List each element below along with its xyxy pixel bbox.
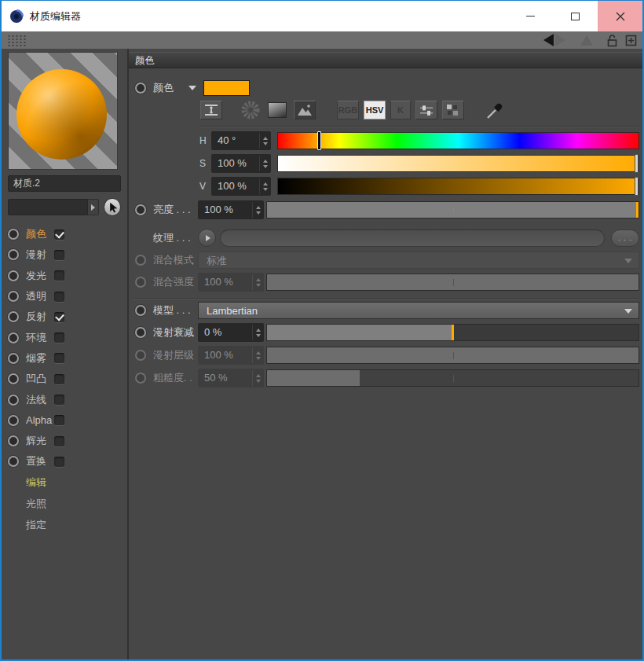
color-swatch[interactable] <box>203 80 250 96</box>
spinner-arrows[interactable] <box>252 370 264 386</box>
material-preview[interactable] <box>8 52 118 170</box>
channel-checkbox-normal[interactable] <box>54 395 64 405</box>
chevron-down-icon[interactable] <box>188 86 196 90</box>
spinner-arrows[interactable] <box>252 274 264 290</box>
toolbar-grip-handle[interactable] <box>7 35 27 46</box>
sidebar-channel-reflectance[interactable]: 反射 <box>2 307 127 327</box>
roughness-slider[interactable] <box>266 369 639 387</box>
saturation-gradient-bar[interactable] <box>277 155 639 172</box>
swatches-mode-button[interactable] <box>442 101 464 119</box>
texture-expand-button[interactable] <box>198 229 216 247</box>
sidebar-channel-transparency[interactable]: 透明 <box>2 286 127 307</box>
channel-checkbox-glow[interactable] <box>54 436 64 446</box>
slider-handle[interactable] <box>636 202 639 218</box>
pick-material-button[interactable] <box>104 198 121 216</box>
sidebar-channel-alpha[interactable]: Alpha <box>2 410 127 431</box>
channel-radio-diffusion[interactable] <box>8 249 19 260</box>
channel-radio-fog[interactable] <box>8 353 19 364</box>
spinner-arrows[interactable] <box>252 202 264 218</box>
image-picker-button[interactable] <box>294 101 316 119</box>
sidebar-page-edit[interactable]: 编辑 <box>2 472 127 494</box>
channel-radio-color[interactable] <box>8 229 19 240</box>
channel-checkbox-transparency[interactable] <box>54 292 64 302</box>
model-radio[interactable] <box>135 305 146 316</box>
spinner-arrows[interactable] <box>259 178 271 194</box>
value-gradient-bar[interactable] <box>277 178 639 195</box>
spinner-arrows[interactable] <box>259 133 271 149</box>
gradient-bar-handle[interactable] <box>635 177 639 196</box>
mode-button-rgb[interactable]: RGB <box>337 101 359 119</box>
material-name-field[interactable]: 材质.2 <box>8 175 121 192</box>
hue-gradient-bar[interactable] <box>277 132 639 149</box>
texture-field[interactable] <box>220 230 605 247</box>
sidebar-channel-color[interactable]: 颜色 <box>2 224 127 244</box>
mode-button-k[interactable]: K <box>390 101 411 119</box>
hue-value-field[interactable]: 40 ° <box>211 131 271 150</box>
sliders-mode-button[interactable] <box>415 101 437 119</box>
channel-radio-environment[interactable] <box>8 332 19 343</box>
channel-checkbox-alpha[interactable] <box>54 415 64 425</box>
mix-strength-radio[interactable] <box>135 277 146 288</box>
roughness-radio[interactable] <box>135 373 146 384</box>
mode-button-hsv[interactable]: HSV <box>364 101 386 119</box>
channel-radio-alpha[interactable] <box>8 415 19 426</box>
sidebar-channel-environment[interactable]: 环境 <box>2 327 127 347</box>
add-icon[interactable] <box>625 35 637 46</box>
mix-mode-radio[interactable] <box>135 255 146 266</box>
brightness-slider[interactable] <box>266 201 639 218</box>
sidebar-channel-normal[interactable]: 法线 <box>2 389 127 409</box>
roughness-value-field[interactable]: 50 % <box>198 369 264 387</box>
close-button[interactable] <box>598 1 642 31</box>
sidebar-channel-displacement[interactable]: 置换 <box>2 451 127 472</box>
picker-expand-button[interactable] <box>88 199 99 215</box>
saturation-value-field[interactable]: 100 % <box>211 154 271 173</box>
channel-radio-glow[interactable] <box>8 435 19 446</box>
channel-radio-luminance[interactable] <box>8 270 19 281</box>
spinner-arrows[interactable] <box>252 347 264 363</box>
sidebar-page-illumination[interactable]: 光照 <box>2 494 127 515</box>
nav-back-icon[interactable] <box>543 34 554 46</box>
compact-mode-button[interactable] <box>200 101 222 119</box>
eyedropper-button[interactable] <box>483 100 507 120</box>
brightness-value-field[interactable]: 100 % <box>198 200 264 219</box>
spectrum-button[interactable] <box>268 102 287 118</box>
channel-radio-bump[interactable] <box>8 373 19 384</box>
sidebar-channel-fog[interactable]: 烟雾 <box>2 348 127 369</box>
channel-radio-transparency[interactable] <box>8 291 19 302</box>
mix-strength-value-field[interactable]: 100 % <box>198 273 264 292</box>
channel-checkbox-bump[interactable] <box>54 374 64 384</box>
color-wheel-button[interactable] <box>241 101 260 119</box>
sidebar-channel-diffusion[interactable]: 漫射 <box>2 244 127 265</box>
mix-strength-slider[interactable] <box>266 274 639 291</box>
diffuse-falloff-slider[interactable] <box>266 324 639 341</box>
lock-icon[interactable] <box>606 34 618 47</box>
nav-forward-icon[interactable] <box>555 34 565 46</box>
sidebar-page-assign[interactable]: 指定 <box>2 515 127 536</box>
brightness-radio[interactable] <box>135 204 146 215</box>
channel-checkbox-environment[interactable] <box>54 332 64 343</box>
texture-browse-button[interactable]: . . . <box>611 230 639 247</box>
nav-up-icon[interactable] <box>580 35 593 46</box>
channel-checkbox-displacement[interactable] <box>54 457 64 467</box>
diffuse-level-slider[interactable] <box>266 347 639 364</box>
channel-radio-reflectance[interactable] <box>8 311 19 322</box>
channel-checkbox-reflectance[interactable] <box>54 312 64 322</box>
mix-mode-dropdown[interactable]: 标准 <box>198 252 639 269</box>
minimize-button[interactable] <box>508 1 553 31</box>
channel-checkbox-luminance[interactable] <box>54 270 64 281</box>
value-value-field[interactable]: 100 % <box>211 177 271 196</box>
spinner-arrows[interactable] <box>252 325 264 340</box>
diffuse-falloff-value-field[interactable]: 0 % <box>198 323 264 342</box>
slider-handle[interactable] <box>452 325 454 340</box>
diffuse-falloff-radio[interactable] <box>135 327 146 338</box>
picker-field[interactable] <box>8 199 88 215</box>
sidebar-channel-glow[interactable]: 辉光 <box>2 431 127 451</box>
model-dropdown[interactable]: Lambertian <box>198 302 639 319</box>
gradient-bar-handle[interactable] <box>317 131 321 150</box>
sidebar-channel-luminance[interactable]: 发光 <box>2 266 127 286</box>
diffuse-level-value-field[interactable]: 100 % <box>198 346 264 365</box>
spinner-arrows[interactable] <box>259 156 271 171</box>
gradient-bar-handle[interactable] <box>635 154 639 173</box>
sidebar-channel-bump[interactable]: 凹凸 <box>2 369 127 389</box>
channel-radio-displacement[interactable] <box>8 456 19 467</box>
